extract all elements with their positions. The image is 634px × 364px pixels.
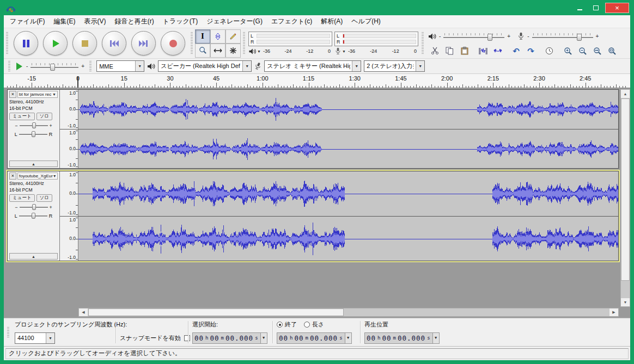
menu-item[interactable]: 表示(V) — [80, 15, 110, 28]
close-button[interactable]: × — [605, 3, 629, 13]
stop-button[interactable] — [72, 31, 97, 55]
chevron-down-icon[interactable]: ▼ — [345, 333, 351, 343]
time-seconds[interactable]: 00.000 — [309, 334, 338, 342]
pause-button[interactable] — [14, 31, 38, 55]
pan-slider[interactable]: L R — [9, 131, 58, 138]
horizontal-scroll-thumb[interactable] — [88, 309, 344, 316]
toolbar-grip[interactable] — [243, 32, 245, 55]
playback-position-time[interactable]: 00h00m00.000s▼ — [364, 332, 440, 344]
time-seconds[interactable]: 00.000 — [397, 334, 426, 342]
time-minutes[interactable]: 00 — [209, 334, 220, 342]
waveform[interactable] — [78, 217, 618, 261]
meter-menu-arrow-icon[interactable]: ▼ — [342, 50, 346, 53]
menu-item[interactable]: 録音と再生(r) — [110, 15, 158, 28]
toolbar-grip[interactable] — [7, 327, 9, 338]
zoom-to-selection-button[interactable] — [590, 45, 604, 57]
sample-rate-combobox[interactable]: 44100▼ — [15, 332, 55, 344]
title-bar[interactable]: × — [4, 0, 630, 15]
solo-button[interactable]: ソロ — [36, 194, 52, 202]
multi-tool-button[interactable] — [225, 44, 241, 58]
slider-thumb[interactable] — [487, 34, 492, 41]
play-button[interactable] — [43, 31, 68, 55]
play-speed-slider[interactable] — [31, 62, 78, 71]
time-seconds[interactable]: 00.000 — [225, 334, 254, 342]
scroll-left-arrow[interactable]: ◀ — [79, 309, 88, 316]
skip-to-end-button[interactable] — [131, 31, 156, 55]
envelope-tool-button[interactable] — [210, 29, 225, 44]
vertical-scrollbar[interactable]: ▲ ▼ — [620, 89, 630, 307]
menu-item[interactable]: 編集(E) — [49, 15, 80, 28]
menu-item[interactable]: ファイル(F) — [5, 15, 49, 28]
time-hours[interactable]: 00 — [194, 334, 204, 342]
zoom-out-button[interactable] — [576, 45, 589, 57]
output-volume-slider[interactable] — [443, 32, 504, 41]
gain-slider[interactable]: − + — [9, 122, 58, 129]
skip-to-start-button[interactable] — [102, 31, 126, 55]
timeshift-tool-button[interactable] — [210, 44, 225, 58]
time-minutes[interactable]: 00 — [294, 334, 304, 342]
waveform[interactable] — [78, 90, 618, 129]
slider-thumb[interactable] — [32, 213, 35, 219]
input-device-combobox[interactable]: ステレオ ミキサー (Realtek Hig▼ — [264, 60, 361, 72]
play-at-speed-button[interactable] — [16, 63, 22, 70]
input-volume-slider[interactable] — [532, 32, 593, 41]
waveform[interactable] — [78, 129, 618, 168]
zoom-tool-button[interactable] — [195, 44, 210, 58]
mute-button[interactable]: ミュート — [9, 194, 35, 202]
slider-thumb[interactable] — [32, 122, 36, 128]
copy-button[interactable] — [443, 45, 456, 57]
scroll-right-arrow[interactable]: ▶ — [609, 309, 618, 316]
track-name-menu[interactable]: bt for jamvox rec▼ — [17, 91, 58, 98]
track-name-menu[interactable]: foyoutube_XgEur▼ — [17, 172, 58, 180]
time-hours[interactable]: 00 — [366, 334, 376, 342]
time-hours[interactable]: 00 — [278, 334, 289, 342]
slider-thumb[interactable] — [577, 34, 582, 41]
gain-slider[interactable]: − + — [9, 203, 58, 211]
horizontal-scroll-track[interactable] — [88, 309, 609, 316]
menu-item[interactable]: 解析(A) — [316, 15, 347, 28]
trim-audio-button[interactable] — [476, 45, 490, 57]
playback-meter[interactable]: L R ▼ -36 -24 -12 0 — [247, 32, 333, 55]
sync-lock-button[interactable] — [542, 45, 556, 57]
timeline-ruler[interactable]: -1501530451:001:151:301:452:002:152:302:… — [4, 74, 630, 88]
menu-item[interactable]: トラック(T) — [158, 15, 202, 28]
scroll-down-arrow[interactable]: ▼ — [621, 298, 630, 306]
audio-host-combobox[interactable]: MME▼ — [96, 60, 144, 72]
undo-button[interactable]: ↶ — [509, 45, 523, 57]
toolbar-grip[interactable] — [191, 32, 193, 55]
toolbar-grip[interactable] — [6, 32, 8, 55]
fit-project-button[interactable] — [605, 45, 619, 57]
toolbar-grip[interactable] — [8, 61, 10, 72]
draw-tool-button[interactable] — [225, 29, 241, 44]
menu-item[interactable]: ジェネレーター(G) — [202, 15, 267, 28]
vertical-scroll-thumb[interactable] — [621, 98, 630, 281]
collapse-button[interactable]: ▲ — [9, 253, 58, 260]
record-button[interactable] — [161, 31, 185, 55]
track-close-button[interactable]: × — [9, 172, 16, 180]
redo-button[interactable]: ↷ — [524, 45, 538, 57]
slider-thumb[interactable] — [32, 131, 35, 137]
track-close-button[interactable]: × — [9, 91, 16, 98]
meter-menu-arrow-icon[interactable]: ▼ — [257, 50, 261, 53]
maximize-button[interactable] — [589, 3, 603, 13]
selection-start-time[interactable]: 00h00m00.000s▼ — [192, 332, 267, 344]
chevron-down-icon[interactable]: ▼ — [260, 333, 267, 343]
horizontal-scrollbar[interactable]: ◀ ▶ — [78, 308, 619, 317]
collapse-button[interactable]: ▲ — [9, 161, 58, 167]
slider-thumb[interactable] — [32, 204, 36, 210]
menu-item[interactable]: エフェクト(c) — [267, 15, 316, 28]
selection-end-time[interactable]: 00h00m00.000s▼ — [277, 332, 352, 344]
minimize-button[interactable] — [572, 3, 587, 13]
pan-slider[interactable]: L R — [9, 212, 58, 219]
toolbar-grip[interactable] — [422, 32, 424, 55]
output-device-combobox[interactable]: スピーカー (Realtek High Def▼ — [158, 60, 252, 72]
cut-button[interactable] — [428, 45, 442, 57]
input-channels-combobox[interactable]: 2 (ステレオ)入力チ▼ — [364, 60, 425, 72]
scroll-up-arrow[interactable]: ▲ — [621, 90, 630, 98]
solo-button[interactable]: ソロ — [36, 113, 52, 120]
menu-item[interactable]: ヘルプ(H) — [347, 15, 385, 28]
zoom-in-button[interactable] — [561, 45, 575, 57]
waveform[interactable] — [78, 171, 618, 216]
selection-tool-button[interactable]: I — [195, 29, 210, 44]
time-minutes[interactable]: 00 — [381, 334, 392, 342]
